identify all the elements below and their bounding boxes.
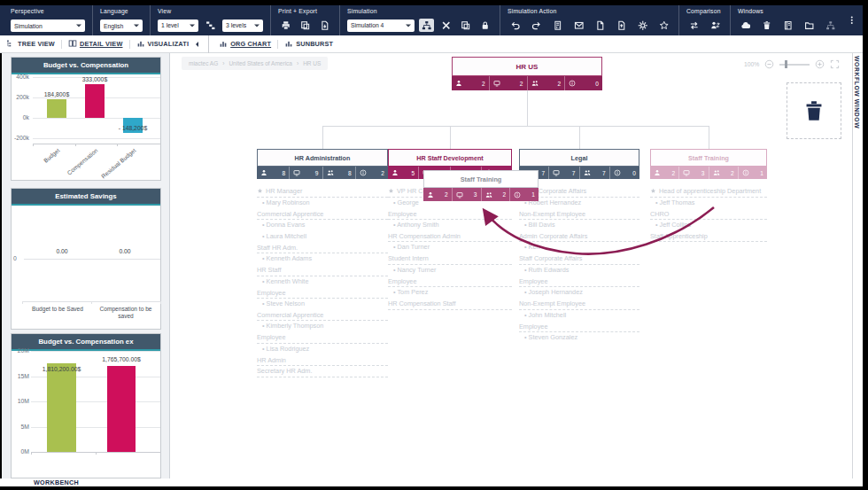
planned-badge[interactable]: 2 (528, 76, 566, 90)
tab-sunburst[interactable]: SUNBURST (278, 35, 339, 52)
tree-view-icon (6, 39, 15, 50)
member-name[interactable]: • Donna Evans (257, 220, 388, 231)
member-name[interactable]: • Dan Turner (388, 242, 512, 253)
view-tabs-bar: TREE VIEW DETAIL VIEW VISUALIZATI ORG CH… (0, 35, 863, 53)
toolbar-section-simulation: Simulation Simulation 4 (340, 5, 500, 35)
position-badge[interactable]: 3 (679, 167, 709, 179)
tab-visualization[interactable]: VISUALIZATI (130, 35, 205, 52)
favorite-icon[interactable] (656, 19, 671, 32)
member-name[interactable]: • Jeff Collins (650, 220, 767, 231)
tab-detail-view[interactable]: DETAIL VIEW (62, 35, 129, 52)
view-level-select[interactable]: 1 level (158, 19, 198, 32)
axis-tick (96, 452, 97, 455)
member-role: HR Admin (257, 354, 388, 366)
headcount-badge[interactable]: 2 (423, 188, 453, 201)
y-tick-label: 10M (12, 398, 29, 404)
language-select[interactable]: English (100, 19, 143, 32)
mail-icon[interactable] (571, 19, 586, 32)
delete-dropzone[interactable] (787, 82, 841, 139)
settings-icon[interactable] (635, 19, 650, 32)
org-node-staff-training[interactable]: Staff Training2321 (650, 149, 767, 179)
expand-levels-icon[interactable] (203, 19, 218, 32)
member-name[interactable]: • Steve Nelson (257, 299, 388, 310)
badge-count: 3 (474, 191, 477, 198)
workflow-window-rail[interactable]: WORKFLOW WINDOW (852, 53, 863, 478)
member-name[interactable]: • Tom Perez (388, 287, 512, 299)
member-name[interactable]: • Joseph Hernandez (519, 287, 639, 299)
y-tick-label: 20M (12, 347, 29, 354)
info-badge[interactable]: 1 (739, 167, 767, 179)
axis-tick (91, 301, 92, 304)
org-node-hr-us[interactable]: HR US2220 (452, 57, 602, 90)
upload-document-icon[interactable] (614, 19, 629, 32)
export-copy-icon[interactable] (298, 19, 313, 32)
undo-icon[interactable] (508, 19, 523, 32)
people-icon (531, 80, 539, 87)
view-levels-select[interactable]: 3 levels (222, 19, 263, 32)
trash-icon[interactable] (759, 19, 774, 32)
planned-badge[interactable]: 2 (482, 188, 511, 201)
overflow-menu-icon[interactable] (845, 14, 859, 27)
badge-count: 2 (672, 170, 676, 176)
position-badge[interactable]: 2 (490, 76, 528, 90)
lock-icon[interactable] (477, 19, 492, 32)
position-badge[interactable]: 7 (549, 167, 579, 179)
member-name[interactable]: • Jeff Thomas (650, 198, 767, 209)
export-file-icon[interactable] (317, 19, 332, 32)
tab-org-chart[interactable]: ORG CHART (213, 35, 277, 52)
member-name[interactable]: • Anthony Smith (388, 220, 512, 231)
cloud-icon[interactable] (738, 19, 753, 32)
person-icon (391, 169, 399, 176)
calculator-icon[interactable] (550, 19, 565, 32)
workbench-label[interactable]: WORKBENCH (34, 478, 79, 486)
member-name[interactable]: • Mary Robinson (257, 198, 388, 209)
y-tick-label: 0 (13, 255, 17, 261)
position-badge[interactable]: 3 (453, 188, 482, 201)
journal-icon[interactable] (780, 19, 795, 32)
info-badge[interactable]: 0 (565, 76, 602, 90)
member-name[interactable]: • Kenneth Adams (257, 253, 388, 265)
duplicate-simulation-icon[interactable] (458, 19, 473, 32)
compare-swap-icon[interactable] (686, 19, 701, 32)
simulation-select[interactable]: Simulation 4 (347, 19, 415, 32)
close-simulation-icon[interactable] (438, 19, 453, 32)
tab-tree-view[interactable]: TREE VIEW (0, 35, 61, 52)
toolbar-section-windows: Windows (731, 5, 845, 35)
member-name[interactable]: • Lisa Rodriguez (257, 344, 388, 355)
org-node-hr-administration[interactable]: HR Administration8982 (257, 149, 388, 179)
member-name[interactable]: • Bill Davis (519, 220, 639, 231)
headcount-badge[interactable]: 5 (388, 167, 419, 179)
member-name[interactable]: • Laura Mitchell (257, 231, 388, 243)
info-badge[interactable]: 2 (356, 167, 388, 179)
perspective-select[interactable]: Simulation (11, 19, 85, 32)
member-name[interactable]: • Steven Gonzalez (519, 332, 639, 344)
org-chart-canvas[interactable]: miactec AG › United States of America › … (170, 53, 852, 478)
member-name[interactable]: • Ruth Edwards (519, 265, 639, 276)
print-icon[interactable] (278, 19, 293, 32)
drag-ghost-staff-training[interactable]: Staff Training 2321 (423, 170, 539, 201)
collapse-left-icon[interactable] (193, 42, 198, 47)
headcount-badge[interactable]: 8 (257, 167, 290, 179)
sitemap-icon[interactable] (823, 19, 838, 32)
member-name[interactable]: • Ken (519, 242, 639, 253)
document-icon[interactable] (593, 19, 608, 32)
member-name[interactable]: • Nancy Turner (388, 265, 512, 276)
simulation-mode-icon[interactable] (419, 19, 434, 32)
toolbar-section-simulation-action: Simulation Action (500, 5, 679, 35)
planned-badge[interactable]: 7 (580, 167, 610, 179)
compare-person-icon[interactable] (708, 19, 723, 32)
headcount-badge[interactable]: 2 (452, 76, 490, 90)
redo-icon[interactable] (529, 19, 544, 32)
folder-icon[interactable] (802, 19, 817, 32)
planned-badge[interactable]: 2 (709, 167, 739, 179)
info-badge[interactable]: 0 (610, 167, 639, 179)
info-badge[interactable]: 1 (510, 188, 539, 201)
member-name[interactable]: • Kenneth White (257, 276, 388, 288)
headcount-badge[interactable]: 2 (650, 167, 679, 179)
member-name[interactable]: • John Mitchell (519, 310, 639, 322)
workbench-bar[interactable]: WORKBENCH (0, 478, 863, 486)
workflow-window-label[interactable]: WORKFLOW WINDOW (854, 56, 860, 128)
member-name[interactable]: • Kimberly Thompson (257, 321, 388, 332)
planned-badge[interactable]: 8 (323, 167, 356, 179)
position-badge[interactable]: 9 (290, 167, 322, 179)
